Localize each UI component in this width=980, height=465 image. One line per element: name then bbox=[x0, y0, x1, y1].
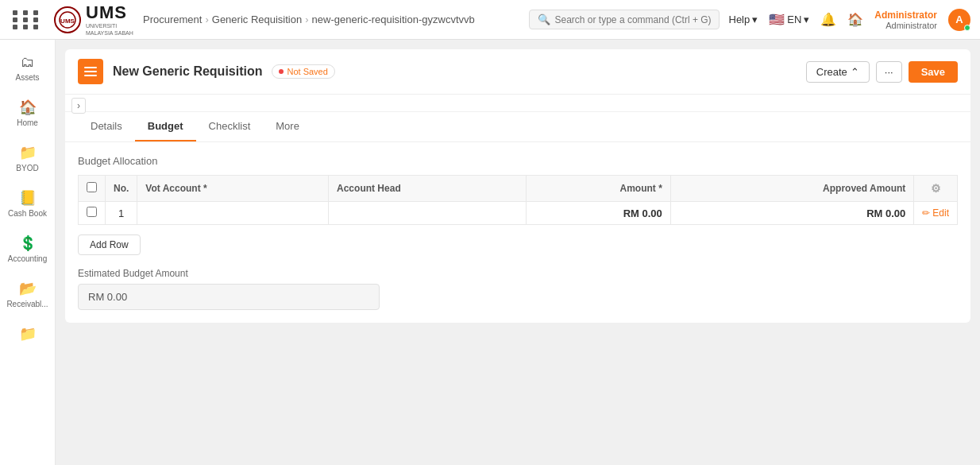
notifications-icon[interactable]: 🔔 bbox=[820, 12, 836, 27]
topbar: UMS UMS UNIVERSITI MALAYSIA SABAH Procur… bbox=[0, 0, 980, 40]
search-bar[interactable]: 🔍 bbox=[529, 10, 720, 29]
search-input[interactable] bbox=[555, 14, 711, 25]
col-account-head: Account Head bbox=[329, 176, 527, 202]
home-icon[interactable]: 🏠 bbox=[847, 12, 863, 27]
sidebar-item-assets[interactable]: 🗂 Assets bbox=[4, 48, 52, 89]
row-approved-amount: RM 0.00 bbox=[670, 202, 914, 225]
row-checkbox-cell bbox=[79, 202, 106, 225]
budget-allocation-title: Budget Allocation bbox=[78, 155, 958, 167]
assets-icon: 🗂 bbox=[21, 54, 35, 71]
col-no: No. bbox=[106, 176, 137, 202]
budget-content: Budget Allocation No. Vot Account * Acco… bbox=[65, 142, 970, 323]
create-button[interactable]: Create ⌃ bbox=[806, 61, 870, 83]
sidebar-item-home[interactable]: 🏠 Home bbox=[4, 92, 52, 134]
estimated-value: RM 0.00 bbox=[78, 284, 380, 310]
online-status-dot bbox=[964, 25, 970, 31]
sidebar-label-accounting: Accounting bbox=[8, 254, 47, 264]
add-row-button[interactable]: Add Row bbox=[78, 234, 141, 255]
row-edit-button[interactable]: ✏ Edit bbox=[922, 207, 949, 219]
page-title: New Generic Requisition bbox=[113, 64, 262, 79]
sidebar-item-extra[interactable]: 📁 bbox=[4, 319, 52, 349]
sidebar-item-receivables[interactable]: 📂 Receivabl... bbox=[4, 273, 52, 316]
breadcrumb: Procurement › Generic Requisition › new-… bbox=[143, 14, 475, 25]
tab-more[interactable]: More bbox=[263, 112, 312, 141]
svg-rect-2 bbox=[84, 67, 97, 68]
language-button[interactable]: 🇺🇸 EN ▾ bbox=[769, 12, 809, 27]
budget-table: No. Vot Account * Account Head Amount * … bbox=[78, 175, 958, 225]
user-avatar[interactable]: A bbox=[948, 9, 970, 31]
sidebar-toggle-arrow[interactable]: › bbox=[71, 98, 86, 114]
flag-icon: 🇺🇸 bbox=[769, 12, 785, 27]
row-account-head[interactable] bbox=[329, 202, 527, 225]
breadcrumb-procurement[interactable]: Procurement bbox=[143, 14, 202, 25]
col-amount: Amount * bbox=[526, 176, 670, 202]
settings-icon[interactable]: ⚙ bbox=[931, 182, 941, 195]
grid-icon[interactable] bbox=[10, 7, 44, 33]
page-header-left: New Generic Requisition Not Saved bbox=[78, 59, 335, 84]
svg-rect-3 bbox=[84, 71, 97, 72]
page-header-right: Create ⌃ ··· Save bbox=[806, 61, 958, 83]
save-button[interactable]: Save bbox=[909, 61, 958, 83]
byod-icon: 📁 bbox=[19, 144, 37, 161]
tabs: Details Budget Checklist More bbox=[65, 112, 970, 142]
user-name: Administrator bbox=[874, 10, 937, 21]
not-saved-badge: Not Saved bbox=[272, 64, 334, 79]
accounting-icon: 💲 bbox=[19, 234, 37, 252]
row-checkbox[interactable] bbox=[87, 207, 97, 217]
search-icon: 🔍 bbox=[538, 14, 550, 25]
tab-checklist[interactable]: Checklist bbox=[196, 112, 264, 141]
home-sidebar-icon: 🏠 bbox=[19, 99, 37, 116]
page-header: New Generic Requisition Not Saved Create… bbox=[65, 49, 970, 95]
col-vot-account: Vot Account * bbox=[137, 176, 329, 202]
breadcrumb-current: new-generic-requisition-gyzwcvtvvb bbox=[312, 14, 475, 25]
user-role: Administrator bbox=[885, 21, 937, 30]
sidebar-label-cashbook: Cash Book bbox=[8, 209, 47, 219]
sidebar-label-byod: BYOD bbox=[16, 164, 38, 173]
logo-circle: UMS bbox=[54, 6, 81, 33]
help-chevron-icon: ▾ bbox=[752, 14, 758, 25]
main-content: New Generic Requisition Not Saved Create… bbox=[56, 40, 980, 465]
sidebar-label-home: Home bbox=[17, 118, 38, 128]
sidebar-label-receivables: Receivabl... bbox=[6, 300, 48, 309]
help-button[interactable]: Help ▾ bbox=[729, 14, 758, 25]
col-settings: ⚙ bbox=[914, 176, 958, 202]
more-options-button[interactable]: ··· bbox=[876, 61, 902, 83]
user-info: Administrator Administrator bbox=[874, 10, 937, 30]
col-approved-amount: Approved Amount bbox=[670, 176, 914, 202]
estimated-section: Estimated Budget Amount RM 0.00 bbox=[78, 268, 958, 310]
table-row: 1 RM 0.00 RM 0.00 ✏ Edit bbox=[79, 202, 958, 225]
topbar-right: Help ▾ 🇺🇸 EN ▾ 🔔 🏠 Administrator Adminis… bbox=[729, 9, 971, 31]
svg-rect-4 bbox=[84, 75, 97, 76]
logo-text: UMS bbox=[86, 2, 133, 23]
logo: UMS UMS UNIVERSITI MALAYSIA SABAH bbox=[54, 2, 133, 37]
receivables-icon: 📂 bbox=[19, 280, 37, 297]
row-vot-account[interactable] bbox=[137, 202, 329, 225]
logo-sub: UNIVERSITI MALAYSIA SABAH bbox=[86, 23, 133, 37]
tab-details[interactable]: Details bbox=[78, 112, 135, 141]
cashbook-icon: 📒 bbox=[19, 189, 37, 207]
create-chevron-icon: ⌃ bbox=[851, 66, 859, 78]
lang-chevron-icon: ▾ bbox=[804, 14, 809, 25]
not-saved-dot bbox=[279, 69, 284, 74]
not-saved-text: Not Saved bbox=[287, 67, 327, 76]
tab-budget[interactable]: Budget bbox=[135, 112, 196, 141]
sidebar-item-accounting[interactable]: 💲 Accounting bbox=[4, 228, 52, 270]
extra-icon: 📁 bbox=[19, 325, 37, 343]
edit-icon: ✏ bbox=[922, 207, 930, 219]
sidebar-item-byod[interactable]: 📁 BYOD bbox=[4, 138, 52, 180]
col-checkbox bbox=[79, 176, 106, 202]
row-amount: RM 0.00 bbox=[526, 202, 670, 225]
select-all-checkbox[interactable] bbox=[87, 182, 97, 192]
row-no: 1 bbox=[106, 202, 137, 225]
sidebar-label-assets: Assets bbox=[15, 73, 39, 83]
sidebar: 🗂 Assets 🏠 Home 📁 BYOD 📒 Cash Book 💲 Acc… bbox=[0, 40, 56, 465]
estimated-label: Estimated Budget Amount bbox=[78, 268, 958, 279]
sidebar-item-cashbook[interactable]: 📒 Cash Book bbox=[4, 183, 52, 225]
svg-text:UMS: UMS bbox=[60, 17, 75, 25]
menu-toggle-button[interactable] bbox=[78, 59, 103, 84]
row-edit-cell: ✏ Edit bbox=[914, 202, 958, 225]
breadcrumb-generic-req[interactable]: Generic Requisition bbox=[212, 14, 302, 25]
